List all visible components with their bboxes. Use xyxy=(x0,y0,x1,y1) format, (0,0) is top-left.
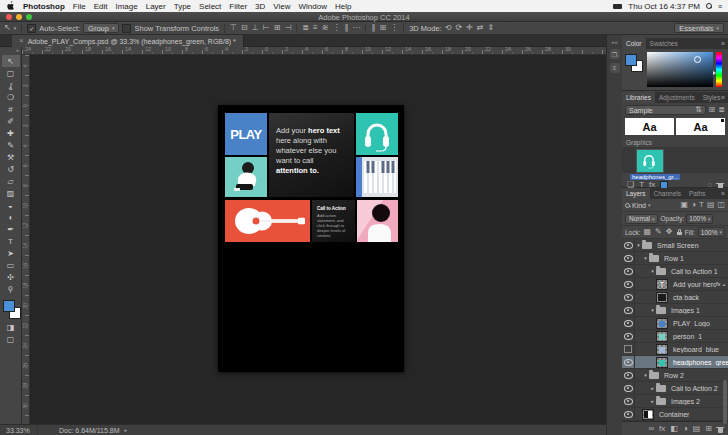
hand-tool[interactable]: ✣ xyxy=(2,271,20,283)
layers-scrollbar[interactable] xyxy=(723,366,727,435)
foreground-background-swatches[interactable] xyxy=(2,299,20,321)
zoom-level-field[interactable]: 33.33% xyxy=(6,427,30,434)
distribute-hcenter-icon[interactable]: ∥ xyxy=(344,24,348,32)
chevron-down-icon[interactable]: ▾ xyxy=(642,255,649,261)
crop-tool[interactable]: # xyxy=(2,103,20,115)
window-title-bar[interactable]: Adobe Photoshop CC 2014 xyxy=(0,12,728,22)
delete-layer-icon[interactable] xyxy=(717,426,723,433)
blur-tool[interactable]: ◒ xyxy=(2,199,20,211)
move-tool-preset-icon[interactable]: ↖ xyxy=(4,24,11,32)
layer-row-add-your-hero-t-[interactable]: TAdd your hero t...fx▴ xyxy=(622,278,728,291)
filter-search-icon[interactable] xyxy=(625,203,630,208)
menu-item-help[interactable]: Help xyxy=(335,2,351,11)
filter-kind-label[interactable]: Kind xyxy=(632,202,646,209)
zoom-tool[interactable]: ⚲ xyxy=(2,283,20,295)
3d-roll-icon[interactable]: ⟳ xyxy=(455,24,462,32)
opacity-value[interactable]: 100%▾ xyxy=(686,214,713,224)
auto-align-icon[interactable]: ⋮ xyxy=(390,24,398,32)
filter-group-layers-icon[interactable]: ▤ xyxy=(707,201,715,209)
layer-row-images-2[interactable]: ▸Images 2 xyxy=(622,395,728,408)
color-cursor-icon[interactable] xyxy=(694,56,701,63)
filter-type-layers-icon[interactable]: T xyxy=(699,201,704,209)
expand-panels-icon[interactable]: «« xyxy=(607,39,622,45)
layer-visibility-toggle[interactable] xyxy=(622,265,635,277)
screen-mode-icon[interactable]: ▢ xyxy=(2,333,20,345)
menu-item-photoshop[interactable]: Photoshop xyxy=(23,2,65,11)
distribute-right-icon[interactable]: ⋯ xyxy=(352,24,360,32)
layer-visibility-toggle[interactable] xyxy=(622,369,635,381)
layer-visibility-toggle[interactable] xyxy=(622,356,635,368)
3d-scale-icon[interactable]: ⇕ xyxy=(487,24,494,32)
show-transform-checkbox[interactable] xyxy=(122,24,131,33)
library-select[interactable]: Sample⇅ xyxy=(625,105,706,115)
layer-row-headphones-green[interactable]: headphones_green xyxy=(622,356,728,369)
blend-mode-select[interactable]: Normal▾ xyxy=(625,214,658,224)
menu-item-select[interactable]: Select xyxy=(199,2,221,11)
layer-visibility-toggle[interactable] xyxy=(622,343,635,355)
library-item-headphones[interactable] xyxy=(636,149,664,173)
quick-selection-tool[interactable]: ❍ xyxy=(2,91,20,103)
tab-adjustments[interactable]: Adjustments xyxy=(655,92,699,103)
distribute-top-icon[interactable]: ≣ xyxy=(302,24,309,32)
lock-transparency-icon[interactable]: ▦ xyxy=(644,228,652,236)
tab-libraries[interactable]: Libraries xyxy=(622,92,655,103)
foreground-color-swatch[interactable] xyxy=(625,54,637,66)
layer-thumbnail[interactable] xyxy=(656,292,668,303)
align-top-edges-icon[interactable]: ⊤ xyxy=(230,24,237,32)
layer-effects-badge[interactable]: fx▴ xyxy=(716,281,728,287)
menu-item-filter[interactable]: Filter xyxy=(229,2,247,11)
spotlight-search-icon[interactable] xyxy=(706,3,712,9)
chevron-down-icon[interactable]: ▾ xyxy=(635,242,642,248)
layer-visibility-toggle[interactable] xyxy=(622,330,635,342)
grid-view-icon[interactable]: ⊞ xyxy=(709,106,716,114)
auto-select-target-dropdown[interactable]: Group▾ xyxy=(83,23,119,33)
panel-menu-icon[interactable]: ≡ xyxy=(721,94,725,101)
scrollbar-thumb[interactable] xyxy=(723,380,727,424)
layer-thumbnail[interactable] xyxy=(656,344,668,355)
menu-item-edit[interactable]: Edit xyxy=(94,2,108,11)
layer-thumbnail[interactable] xyxy=(642,409,654,420)
chevron-up-icon[interactable]: ▴ xyxy=(722,281,725,287)
layer-row-row-2[interactable]: ▾Row 2 xyxy=(622,369,728,382)
layer-style-icon[interactable]: fx xyxy=(659,425,665,433)
distribute-left-icon[interactable]: ⋮ xyxy=(332,24,340,32)
layer-visibility-toggle[interactable] xyxy=(622,291,635,303)
eraser-tool[interactable]: ▱ xyxy=(2,175,20,187)
lock-position-icon[interactable]: ✥ xyxy=(666,228,673,236)
horizontal-ruler[interactable]: 2422201816141210864202468101214161820222… xyxy=(22,47,606,55)
workspace-switcher[interactable]: Essentials▾ xyxy=(674,23,724,33)
rectangular-marquee-tool[interactable]: ▢ xyxy=(2,67,20,79)
notification-center-icon[interactable]: ≡ xyxy=(718,3,722,10)
hue-slider-marker[interactable] xyxy=(713,71,716,75)
tab-color[interactable]: Color xyxy=(622,38,646,49)
dodge-tool[interactable]: ◖ xyxy=(2,211,20,223)
tab-paths[interactable]: Paths xyxy=(685,188,710,199)
canvas-area[interactable]: PLAY Add your hero text here along with … xyxy=(30,55,606,424)
layer-thumbnail[interactable] xyxy=(656,331,668,342)
collapse-toolbar-icon[interactable]: » xyxy=(0,47,21,55)
auto-select-checkbox[interactable]: ✓ xyxy=(27,24,36,33)
properties-panel-icon[interactable]: ≡ xyxy=(610,63,620,73)
type-style-item[interactable]: Aa xyxy=(676,118,725,135)
layer-thumbnail[interactable] xyxy=(656,357,668,368)
layer-thumbnail[interactable] xyxy=(656,318,668,329)
chevron-right-icon[interactable]: ▸ xyxy=(649,398,656,404)
layer-row-call-to-action-1[interactable]: ▾Call to Action 1 xyxy=(622,265,728,278)
link-layers-icon[interactable]: ∞ xyxy=(648,425,654,433)
tab-layers[interactable]: Layers xyxy=(622,188,650,199)
artboard[interactable]: PLAY Add your hero text here along with … xyxy=(218,105,404,372)
align-bottom-edges-icon[interactable]: ⊥ xyxy=(252,24,259,32)
menu-item-image[interactable]: Image xyxy=(115,2,137,11)
distribute-vcenter-icon[interactable]: ≡ xyxy=(313,24,318,32)
color-gradient-field[interactable] xyxy=(647,52,713,87)
menu-item-view[interactable]: View xyxy=(273,2,290,11)
menu-clock[interactable]: Thu Oct 16 4:37 PM xyxy=(628,2,700,11)
layer-visibility-toggle[interactable] xyxy=(622,239,635,251)
pen-tool[interactable]: ✒ xyxy=(2,223,20,235)
layer-row-row-1[interactable]: ▾Row 1 xyxy=(622,252,728,265)
type-style-item[interactable]: Aa xyxy=(625,118,674,135)
hue-slider[interactable] xyxy=(716,52,722,87)
layer-row-keyboard-blue[interactable]: keyboard_blue xyxy=(622,343,728,356)
quick-mask-icon[interactable]: ◨ xyxy=(2,321,20,333)
3d-rotate-icon[interactable]: ⟲ xyxy=(445,24,452,32)
